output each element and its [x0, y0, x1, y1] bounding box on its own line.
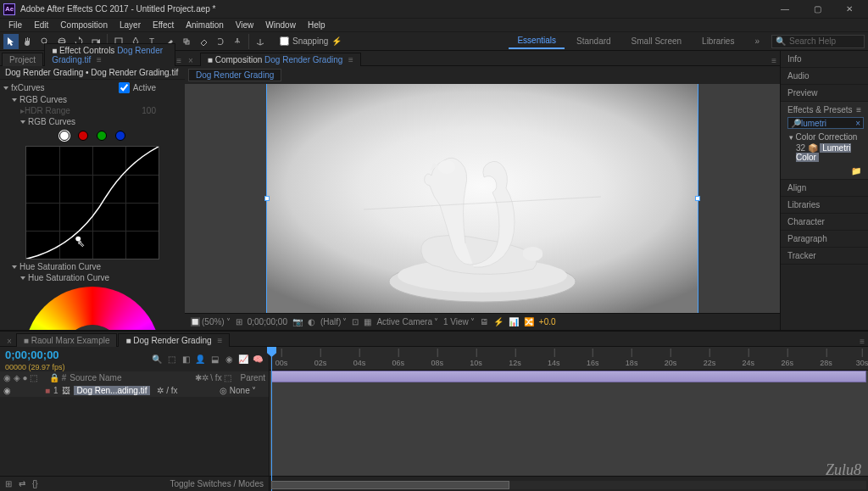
timeline-icon[interactable]: 📊	[509, 317, 519, 326]
motion-blur-icon[interactable]: ◉	[223, 354, 235, 365]
panel-menu-icon[interactable]: ≡	[860, 337, 865, 346]
snapping-checkbox[interactable]	[280, 36, 289, 46]
menu-effect[interactable]: Effect	[147, 20, 179, 31]
tab-menu-icon[interactable]: ≡	[217, 336, 222, 345]
clone-tool-icon[interactable]	[179, 34, 194, 49]
tree-item-row[interactable]: 32 📦 Lumetri Color	[787, 142, 861, 163]
close-tab-icon[interactable]: ≡	[97, 55, 102, 64]
menu-edit[interactable]: Edit	[29, 20, 53, 31]
panel-menu-icon[interactable]: ≡	[771, 56, 776, 65]
panel-audio[interactable]: Audio	[781, 68, 868, 85]
search-help-input[interactable]: 🔍 Search Help	[771, 35, 865, 48]
comp-mini-flowchart-icon[interactable]: ⬚	[165, 354, 177, 365]
hdr-value[interactable]: 100	[142, 106, 156, 115]
local-axis-icon[interactable]	[253, 34, 268, 49]
resolution-dropdown[interactable]: (Half) ˅	[320, 317, 347, 326]
panel-align[interactable]: Align	[781, 180, 868, 197]
resolution-icon[interactable]: ⊞	[236, 317, 242, 326]
video-toggle-icon[interactable]: ◉	[3, 386, 11, 395]
footage-breadcrumb[interactable]: Dog Render Grading	[188, 69, 281, 81]
panel-info[interactable]: Info	[781, 51, 868, 68]
menu-window[interactable]: Window	[260, 20, 301, 31]
tl-toggle-icon[interactable]: ⇄	[19, 479, 25, 488]
panel-preview[interactable]: Preview	[781, 85, 868, 102]
prop-hue-saturation[interactable]: Hue Saturation Curve	[19, 262, 101, 271]
tab-project[interactable]: Project	[2, 53, 43, 66]
panel-libraries[interactable]: Libraries	[781, 197, 868, 214]
effect-curves[interactable]: Curves	[18, 83, 45, 92]
timecode-display[interactable]: 0;00;00;00	[248, 317, 287, 326]
ec-comp-name[interactable]: Dog Render Grading	[5, 68, 83, 77]
new-bin-icon[interactable]: 📁	[851, 166, 861, 176]
workspace-standard[interactable]: Standard	[568, 34, 620, 48]
timeline-track-area[interactable]	[270, 371, 868, 476]
channel-blue-icon[interactable]	[115, 131, 125, 141]
effects-search-input[interactable]: 🔎 lumetri×	[787, 117, 864, 129]
layer-parent-dropdown[interactable]: None	[230, 386, 250, 395]
tree-color-correction[interactable]: ▾ Color Correction	[787, 131, 861, 142]
magnification-dropdown[interactable]: 🔲 (50%) ˅	[190, 317, 231, 326]
layer-bar-1[interactable]	[271, 371, 866, 382]
menu-help[interactable]: Help	[303, 20, 331, 31]
workspace-libraries[interactable]: Libraries	[693, 34, 743, 48]
channel-red-icon[interactable]	[78, 131, 88, 141]
brain-icon[interactable]: 🧠	[252, 354, 264, 365]
minimize-button[interactable]: —	[770, 2, 800, 17]
tab-effect-controls[interactable]: ■ Effect Controls Dog Render Grading.tif…	[44, 43, 175, 66]
roto-tool-icon[interactable]	[213, 34, 228, 49]
search-layers-icon[interactable]: 🔍	[151, 354, 163, 365]
snapping-options-icon[interactable]: ⚡	[331, 36, 342, 46]
menu-animation[interactable]: Animation	[181, 20, 228, 31]
timeline-zoom-bar[interactable]	[271, 481, 866, 489]
pixel-aspect-icon[interactable]: 🖥	[480, 317, 488, 326]
panel-menu-icon[interactable]: ≡	[176, 56, 181, 65]
ec-layer-name[interactable]: Dog Render Grading.tif	[91, 68, 178, 77]
prop-rgb-curves[interactable]: RGB Curves	[19, 95, 67, 104]
composition-viewer[interactable]	[185, 84, 780, 313]
viewer-canvas[interactable]	[266, 84, 698, 313]
panel-menu-icon[interactable]: ≡	[348, 55, 353, 64]
transparency-icon[interactable]: ▦	[364, 317, 371, 326]
roi-icon[interactable]: ⊡	[352, 317, 359, 326]
playhead[interactable]	[271, 347, 272, 491]
close-button[interactable]: ✕	[834, 2, 865, 17]
effect-active-checkbox[interactable]	[119, 82, 130, 93]
channel-luma-icon[interactable]	[59, 131, 70, 141]
panel-character[interactable]: Character	[781, 214, 868, 231]
menu-file[interactable]: File	[3, 20, 27, 31]
prop-hdr-range[interactable]: HDR Range	[25, 106, 70, 115]
col-parent[interactable]: Parent	[241, 373, 265, 382]
hand-tool-icon[interactable]	[20, 34, 36, 49]
timeline-tab-dog[interactable]: ■ Dog Render Grading ≡	[118, 333, 230, 347]
menu-composition[interactable]: Composition	[55, 20, 113, 31]
panel-paragraph[interactable]: Paragraph	[781, 231, 868, 248]
puppet-tool-icon[interactable]	[230, 34, 245, 49]
frame-blend-icon[interactable]: ⬓	[209, 354, 220, 365]
snapshot-icon[interactable]: 📷	[292, 317, 303, 326]
layer-row-1[interactable]: ◉ ■ 1 🖼 Dog Ren...ading.tif ✲ / fx ◎ Non…	[0, 384, 269, 397]
flowchart-icon[interactable]: 🔀	[524, 317, 534, 326]
color-label-icon[interactable]: ■	[45, 386, 50, 395]
panel-tracker[interactable]: Tracker	[781, 248, 868, 265]
exposure-value[interactable]: +0.0	[539, 317, 556, 326]
hue-saturation-wheel[interactable]	[25, 287, 160, 330]
workspace-essentials[interactable]: Essentials	[509, 33, 565, 49]
workspace-overflow-icon[interactable]: »	[746, 34, 768, 48]
col-source-name[interactable]: Source Name	[70, 373, 121, 382]
shy-icon[interactable]: 👤	[194, 354, 206, 365]
channel-green-icon[interactable]	[97, 131, 107, 141]
panel-effects-presets[interactable]: Effects & Presets≡ 🔎 lumetri× ▾ Color Co…	[781, 102, 868, 180]
tab-composition[interactable]: ■ Composition Dog Render Grading ≡	[200, 53, 361, 66]
menu-view[interactable]: View	[231, 20, 259, 31]
fast-preview-icon[interactable]: ⚡	[493, 317, 504, 326]
panel-menu-icon[interactable]: ≡	[856, 105, 861, 114]
timeline-tab-raoul[interactable]: ■ Raoul Marx Example	[16, 333, 118, 347]
timeline-ruler[interactable]: 00s 02s 04s 06s 08s 10s 12s 14s 16s 18s …	[270, 347, 868, 371]
tl-zoom-icon[interactable]: {}	[32, 479, 38, 488]
channel-icon[interactable]: ◐	[308, 317, 315, 326]
eraser-tool-icon[interactable]	[196, 34, 211, 49]
zoom-handle[interactable]	[271, 481, 509, 489]
timeline-timecode[interactable]: 0;00;00;00	[0, 347, 65, 363]
layer-name[interactable]: Dog Ren...ading.tif	[74, 386, 151, 395]
toggle-switches-button[interactable]: Toggle Switches / Modes	[170, 479, 264, 488]
